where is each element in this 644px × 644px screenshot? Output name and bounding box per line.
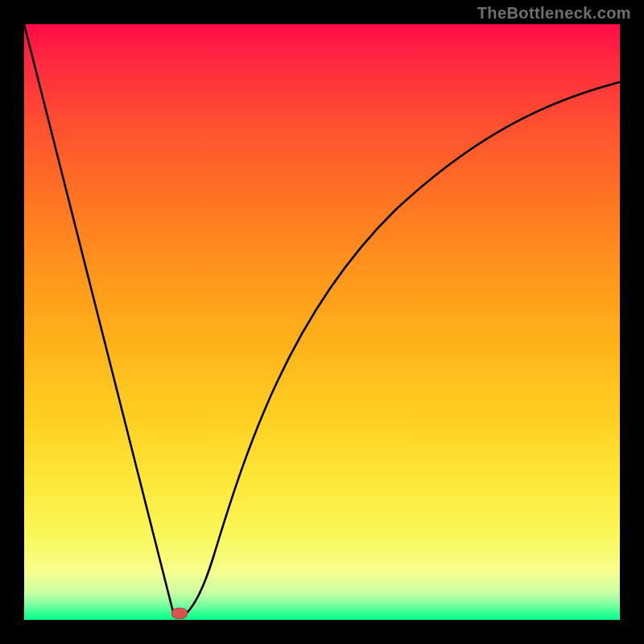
curve-path (24, 24, 620, 617)
plot-area (24, 24, 620, 620)
chart-frame: TheBottleneck.com (0, 0, 644, 644)
watermark-text: TheBottleneck.com (477, 4, 631, 23)
optimal-marker (171, 608, 188, 619)
bottleneck-curve (24, 24, 620, 620)
